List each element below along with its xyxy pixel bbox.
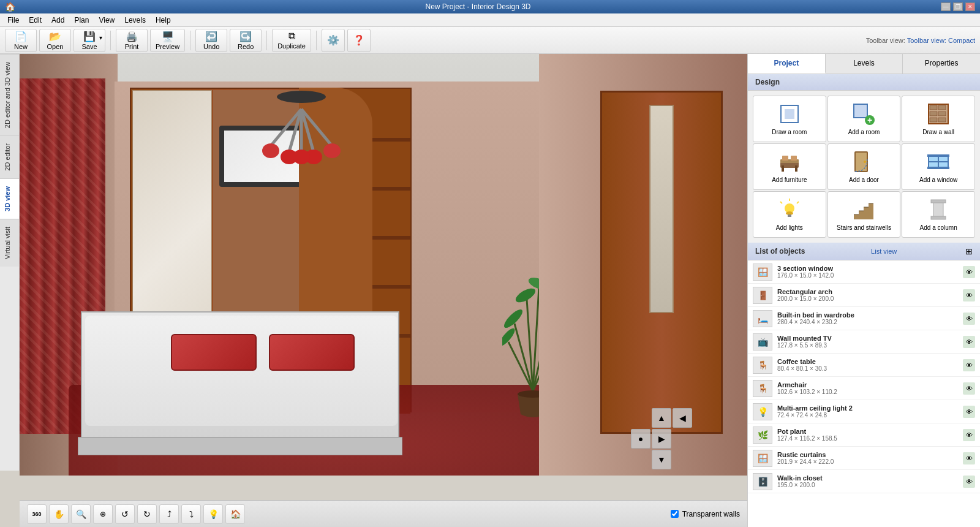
add-room-button[interactable]: + Add a room	[827, 96, 901, 142]
save-dropdown-arrow[interactable]: ▾	[96, 29, 105, 47]
save-button[interactable]: 💾 Save ▾	[74, 29, 105, 52]
list-item[interactable]: 🪑 Armchair 102.6 × 103.2 × 110.2 👁	[748, 377, 980, 400]
list-item[interactable]: 🛏️ Built-in bed in wardrobe 280.4 × 240.…	[748, 307, 980, 330]
transparent-walls-checkbox[interactable]	[671, 510, 679, 518]
list-item-name: Armchair	[777, 381, 958, 389]
window-title: New Project - Interior Design 3D	[15, 2, 941, 11]
tab-2d-3d-view[interactable]: 2D editor and 3D view	[0, 54, 19, 135]
zoom-out-button[interactable]: 🔍	[71, 504, 91, 524]
list-item-text: Rustic curtains 201.9 × 24.4 × 222.0	[777, 451, 958, 465]
list-item[interactable]: 🪟 3 section window 176.0 × 15.0 × 142.0 …	[748, 260, 980, 284]
minimize-button[interactable]: —	[941, 2, 951, 11]
new-button[interactable]: 📄 New	[5, 29, 37, 52]
toolbar-compact-link[interactable]: Toolbar view: Compact	[907, 37, 975, 44]
nav-left-button[interactable]: ◀	[673, 408, 692, 428]
svg-point-42	[864, 161, 866, 163]
svg-rect-25	[854, 104, 867, 118]
close-button[interactable]: ✕	[965, 2, 975, 11]
list-item[interactable]: 📺 Wall mounted TV 127.8 × 5.5 × 89.3 👁	[748, 330, 980, 354]
nav-center-button[interactable]: ●	[631, 429, 650, 449]
list-view-toggle[interactable]: List view	[871, 248, 897, 255]
add-door-button[interactable]: Add a door	[827, 143, 901, 190]
pillow-left	[171, 334, 257, 371]
view-360-button[interactable]: 360	[27, 504, 47, 524]
zoom-in-button[interactable]: ⊕	[93, 504, 113, 524]
menu-edit[interactable]: Edit	[24, 15, 47, 26]
list-item[interactable]: 🗄️ Walk-in closet 195.0 × 200.0 👁	[748, 470, 980, 493]
list-item-text: Pot plant 127.4 × 116.2 × 158.5	[777, 428, 958, 442]
list-item[interactable]: 🚪 Rectangular arch 200.0 × 15.0 × 200.0 …	[748, 284, 980, 307]
add-furniture-label: Add furniture	[772, 176, 807, 183]
list-item-dims: 195.0 × 200.0	[777, 482, 958, 488]
menu-file[interactable]: File	[2, 15, 24, 26]
visibility-toggle[interactable]: 👁	[963, 359, 975, 371]
tilt-down-button[interactable]: ⤵	[181, 504, 201, 524]
list-item[interactable]: 🪑 Coffee table 80.4 × 80.1 × 30.3 👁	[748, 354, 980, 377]
visibility-toggle[interactable]: 👁	[963, 313, 975, 325]
add-furniture-button[interactable]: Add furniture	[753, 143, 826, 190]
nav-right-button[interactable]: ▶	[652, 429, 671, 449]
nav-up-button[interactable]: ▲	[652, 408, 671, 428]
print-button[interactable]: 🖨️ Print	[116, 29, 148, 52]
help-button[interactable]: ❓	[347, 29, 371, 52]
visibility-toggle[interactable]: 👁	[963, 289, 975, 301]
visibility-toggle[interactable]: 👁	[963, 452, 975, 464]
add-column-button[interactable]: Add a column	[902, 191, 975, 238]
duplicate-label: Duplicate	[277, 42, 306, 50]
rotate-right-button[interactable]: ↻	[137, 504, 157, 524]
preview-button[interactable]: 🖥️ Preview	[150, 29, 185, 52]
open-button[interactable]: 📂 Open	[39, 29, 71, 52]
svg-line-52	[780, 202, 782, 203]
list-item[interactable]: 🪟 Rustic curtains 201.9 × 24.4 × 222.0 👁	[748, 447, 980, 470]
visibility-toggle[interactable]: 👁	[963, 429, 975, 441]
home-view-button[interactable]: 🏠	[225, 504, 245, 524]
add-window-button[interactable]: Add a window	[902, 143, 975, 190]
restore-button[interactable]: ❐	[953, 2, 963, 11]
svg-rect-39	[782, 156, 788, 161]
visibility-toggle[interactable]: 👁	[963, 406, 975, 418]
stairs-button[interactable]: Stairs and stairwells	[827, 191, 901, 238]
left-sidebar: 2D editor and 3D view 2D editor 3D view …	[0, 54, 20, 471]
tab-levels[interactable]: Levels	[826, 54, 903, 74]
list-view-icon[interactable]: ⊞	[965, 246, 973, 256]
visibility-toggle[interactable]: 👁	[963, 382, 975, 395]
tilt-up-button[interactable]: ⤴	[159, 504, 179, 524]
transparent-walls-label[interactable]: Transparent walls	[682, 510, 740, 518]
visibility-toggle[interactable]: 👁	[963, 476, 975, 488]
list-item[interactable]: 💡 Multi-arm ceiling light 2 72.4 × 72.4 …	[748, 400, 980, 423]
nav-down-button[interactable]: ▼	[652, 450, 671, 469]
tab-properties[interactable]: Properties	[903, 54, 980, 74]
add-lights-label: Add lights	[776, 224, 803, 231]
pillow-right	[269, 334, 355, 371]
list-item-dims: 80.4 × 80.1 × 30.3	[777, 365, 958, 372]
rotate-right-icon: ↻	[143, 509, 151, 519]
menu-add[interactable]: Add	[47, 15, 69, 26]
list-item-name: 3 section window	[777, 265, 958, 272]
list-item-dims: 200.0 × 15.0 × 200.0	[777, 295, 958, 302]
menu-plan[interactable]: Plan	[69, 15, 94, 26]
tab-3d-view[interactable]: 3D view	[0, 178, 19, 219]
list-item-dims: 72.4 × 72.4 × 24.8	[777, 412, 958, 419]
list-item[interactable]: 🌿 Pot plant 127.4 × 116.2 × 158.5 👁	[748, 423, 980, 447]
pan-button[interactable]: ✋	[49, 504, 69, 524]
visibility-toggle[interactable]: 👁	[963, 336, 975, 348]
add-lights-button[interactable]: Add lights	[753, 191, 826, 238]
tab-virtual-visit[interactable]: Virtual visit	[0, 219, 19, 267]
draw-wall-button[interactable]: Draw a wall	[902, 96, 975, 142]
list-item-dims: 201.9 × 24.4 × 222.0	[777, 458, 958, 465]
draw-room-button[interactable]: Draw a room	[753, 96, 826, 142]
duplicate-button[interactable]: ⧉ Duplicate	[272, 29, 311, 52]
tab-project[interactable]: Project	[748, 54, 826, 74]
redo-button[interactable]: ↪️ Redo	[230, 29, 262, 52]
svg-rect-32	[938, 112, 946, 116]
lighting-button[interactable]: 💡	[203, 504, 223, 524]
menu-view[interactable]: View	[94, 15, 119, 26]
rotate-left-button[interactable]: ↺	[115, 504, 135, 524]
visibility-toggle[interactable]: 👁	[963, 266, 975, 278]
menu-levels[interactable]: Levels	[119, 15, 151, 26]
3d-viewport[interactable]: ▲ ◀ ● ▶ ▼	[20, 54, 747, 476]
menu-help[interactable]: Help	[151, 15, 176, 26]
tab-2d-editor[interactable]: 2D editor	[0, 135, 19, 178]
settings-button[interactable]: ⚙️	[322, 29, 345, 52]
undo-button[interactable]: ↩️ Undo	[195, 29, 227, 52]
